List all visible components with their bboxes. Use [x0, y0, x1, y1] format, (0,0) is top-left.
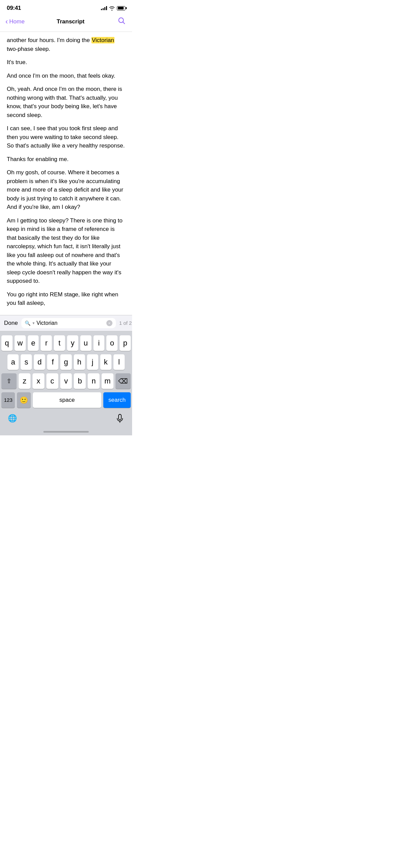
- page-title: Transcript: [57, 18, 84, 25]
- paragraph-1: It's true.: [7, 58, 125, 67]
- svg-rect-1: [119, 414, 121, 420]
- key-c[interactable]: c: [46, 373, 58, 389]
- key-o[interactable]: o: [106, 335, 118, 351]
- back-button[interactable]: ‹ Home: [5, 18, 25, 25]
- done-button[interactable]: Done: [4, 320, 18, 327]
- home-indicator-row: [1, 428, 131, 434]
- keyboard-row-2: a s d f g h j k l: [1, 354, 131, 370]
- paragraph-2: And once I'm on the moon, that feels oka…: [7, 72, 125, 80]
- key-h[interactable]: h: [74, 354, 85, 370]
- wifi-icon: [109, 6, 115, 11]
- find-results: 1 of 2: [119, 320, 132, 326]
- find-input[interactable]: [37, 320, 104, 326]
- emoji-key[interactable]: 🙂: [17, 392, 30, 408]
- mic-key[interactable]: [112, 411, 127, 426]
- status-icons: [101, 6, 125, 11]
- key-p[interactable]: p: [120, 335, 131, 351]
- find-search-icon: 🔍: [25, 320, 30, 326]
- paragraph-8: You go right into REM stage, like right …: [7, 290, 125, 308]
- key-y[interactable]: y: [67, 335, 78, 351]
- status-bar: 09:41: [0, 0, 132, 13]
- key-r[interactable]: r: [41, 335, 52, 351]
- key-u[interactable]: u: [80, 335, 91, 351]
- keyboard-row-3: ⇧ z x c v b n m ⌫: [1, 373, 131, 389]
- find-chevron-icon: ▾: [33, 321, 35, 326]
- signal-icon: [101, 6, 107, 10]
- find-bar: Done 🔍 ▾ × 1 of 2 ⌃ ⌄: [0, 315, 132, 331]
- highlighted-word: Victorian: [91, 37, 114, 43]
- paragraph-7: Am I getting too sleepy? There is one th…: [7, 216, 125, 285]
- key-j[interactable]: j: [87, 354, 98, 370]
- key-k[interactable]: k: [100, 354, 111, 370]
- key-m[interactable]: m: [102, 373, 113, 389]
- find-clear-button[interactable]: ×: [106, 320, 112, 326]
- key-t[interactable]: t: [54, 335, 65, 351]
- transcript-content: another four hours. I'm doing the Victor…: [0, 32, 132, 315]
- numbers-key[interactable]: 123: [1, 392, 15, 408]
- key-v[interactable]: v: [60, 373, 72, 389]
- key-g[interactable]: g: [60, 354, 71, 370]
- battery-icon: [117, 6, 125, 11]
- key-d[interactable]: d: [34, 354, 45, 370]
- key-q[interactable]: q: [1, 335, 13, 351]
- back-label: Home: [9, 18, 24, 25]
- search-button[interactable]: [117, 16, 127, 27]
- paragraph-6: Oh my gosh, of course. Where it becomes …: [7, 168, 125, 212]
- paragraph-0: another four hours. I'm doing the Victor…: [7, 36, 125, 53]
- delete-key[interactable]: ⌫: [115, 373, 131, 389]
- space-key[interactable]: space: [33, 392, 101, 408]
- keyboard-bottom-row: 123 🙂 space search: [1, 392, 131, 408]
- key-a[interactable]: a: [7, 354, 19, 370]
- key-i[interactable]: i: [93, 335, 105, 351]
- paragraph-4: I can see, I see that you took first sle…: [7, 124, 125, 150]
- find-search-container: 🔍 ▾ ×: [21, 318, 116, 328]
- key-e[interactable]: e: [28, 335, 39, 351]
- key-z[interactable]: z: [19, 373, 30, 389]
- key-n[interactable]: n: [88, 373, 100, 389]
- key-b[interactable]: b: [74, 373, 86, 389]
- globe-key[interactable]: 🌐: [5, 411, 20, 426]
- clear-icon: ×: [108, 321, 110, 325]
- search-key[interactable]: search: [103, 392, 131, 408]
- keyboard-row-1: q w e r t y u i o p: [1, 335, 131, 351]
- status-time: 09:41: [7, 5, 21, 12]
- key-l[interactable]: l: [113, 354, 125, 370]
- battery-fill: [118, 7, 124, 9]
- key-f[interactable]: f: [47, 354, 58, 370]
- paragraph-3: Oh, yeah. And once I'm on the moon, ther…: [7, 85, 125, 119]
- key-w[interactable]: w: [15, 335, 26, 351]
- nav-bar: ‹ Home Transcript: [0, 13, 132, 32]
- home-indicator: [43, 431, 89, 433]
- shift-key[interactable]: ⇧: [1, 373, 17, 389]
- back-chevron-icon: ‹: [5, 18, 8, 25]
- paragraph-5: Thanks for enabling me.: [7, 155, 125, 164]
- keyboard: q w e r t y u i o p a s d f g h j k l ⇧ …: [0, 331, 132, 435]
- key-s[interactable]: s: [21, 354, 32, 370]
- key-x[interactable]: x: [33, 373, 44, 389]
